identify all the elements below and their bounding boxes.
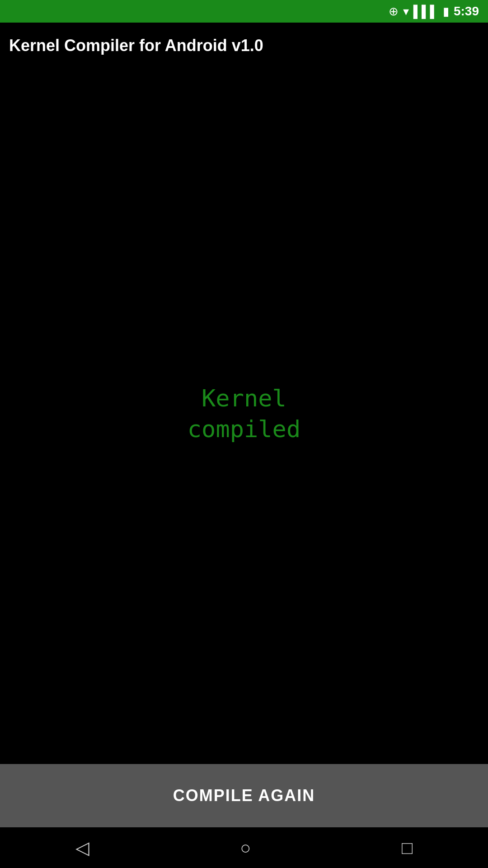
content-area: Kernel compiled [0,64,488,764]
app-header: Kernel Compiler for Android v1.0 [0,23,488,64]
battery-icon: ▮ [443,5,449,19]
recent-apps-icon[interactable]: □ [402,838,413,858]
kernel-status-text: Kernel compiled [188,383,300,444]
home-icon[interactable]: ○ [240,838,251,858]
nav-bar: ◁ ○ □ [0,827,488,868]
back-icon[interactable]: ◁ [75,837,89,858]
sync-icon: ⊕ [389,5,399,19]
signal-icon: ▌▌▌ [413,5,438,19]
status-bar: ⊕ ▾ ▌▌▌ ▮ 5:39 [0,0,488,23]
compile-again-button[interactable]: COMPILE AGAIN [0,764,488,827]
app-title: Kernel Compiler for Android v1.0 [9,36,263,55]
status-bar-icons: ⊕ ▾ ▌▌▌ ▮ 5:39 [389,4,479,19]
page-wrapper: ⊕ ▾ ▌▌▌ ▮ 5:39 Kernel Compiler for Andro… [0,0,488,868]
status-time: 5:39 [454,4,479,19]
wifi-icon: ▾ [403,5,409,19]
